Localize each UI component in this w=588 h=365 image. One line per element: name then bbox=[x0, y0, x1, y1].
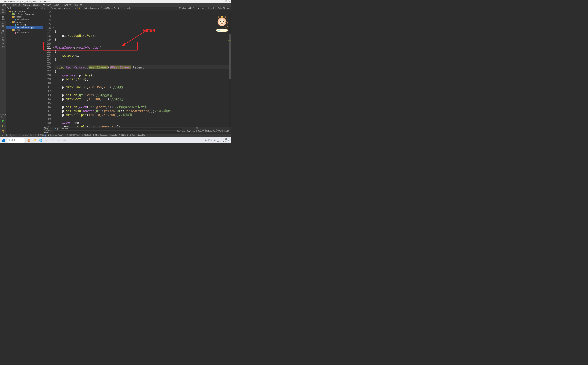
taskbar-vs-icon[interactable]: ⋈ bbox=[44, 138, 49, 143]
func-lock-icon[interactable]: 🔒 bbox=[78, 7, 81, 9]
code-line-25[interactable] bbox=[55, 81, 231, 85]
code-line-21[interactable]: void MainWindow::paintEvent(QPaintEvent … bbox=[55, 65, 231, 69]
nav-帮助[interactable]: ?帮助 bbox=[0, 42, 6, 49]
tree-item-Headers[interactable]: ▾Headers bbox=[6, 15, 43, 18]
taskbar-vs-purple-icon[interactable]: ⋈ bbox=[62, 138, 67, 143]
minimize-button[interactable]: — bbox=[222, 0, 223, 2]
nav-Debug[interactable]: ⚙Debug bbox=[0, 28, 6, 35]
code-line-31[interactable]: p.setPen(QPen(Qt::green,5));//指定画笔颜色与大小 bbox=[55, 105, 231, 109]
output-tab-2[interactable]: 2 Search Results bbox=[48, 134, 65, 137]
nav-设计[interactable]: ✎设计 bbox=[0, 21, 6, 28]
notifications-icon[interactable]: ③ bbox=[228, 139, 230, 141]
nav-编辑[interactable]: ▤编辑 bbox=[0, 14, 6, 21]
taskbar-file-explorer-icon[interactable]: 📁 bbox=[32, 138, 37, 143]
tree-item-Sources[interactable]: ▾Sources bbox=[6, 21, 43, 23]
code-line-34[interactable] bbox=[55, 117, 231, 121]
replace-all-button[interactable]: Replace All bbox=[205, 130, 217, 132]
menu-item[interactable]: 调试(D) bbox=[32, 3, 42, 6]
tree-item-Forms[interactable]: ▾Forms bbox=[6, 29, 43, 31]
kit-selector[interactable]: Debug bbox=[1, 116, 5, 118]
project-tree[interactable]: ▾Qt_Paint_DemoQt_Paint_Demo.pro▾Headersm… bbox=[6, 10, 43, 134]
tree-header-button[interactable]: ▢ bbox=[37, 7, 40, 9]
code-line-30[interactable] bbox=[55, 101, 231, 105]
tree-header-button[interactable]: ▼ bbox=[26, 7, 29, 9]
build-button[interactable] bbox=[0, 129, 6, 134]
close-button[interactable]: ✕ bbox=[229, 0, 230, 2]
fold-marker[interactable]: ▾ bbox=[52, 46, 55, 49]
encoding-selector[interactable]: Windows (CRLF) bbox=[179, 7, 195, 9]
code-line-26[interactable]: p.drawLine(30,230,350,230);//画线 bbox=[55, 85, 231, 89]
network-icon[interactable]: ⋯ bbox=[211, 139, 212, 141]
code-line-12[interactable]: { bbox=[55, 30, 231, 34]
ime-lang2[interactable]: 五 bbox=[208, 139, 210, 141]
output-tab-1[interactable]: 1 问题6 bbox=[38, 134, 46, 137]
tray-chevron-icon[interactable]: ⌃ bbox=[202, 139, 203, 141]
clock[interactable]: 22:042023/4/19 bbox=[217, 138, 227, 142]
tree-header-button[interactable]: ✎ bbox=[32, 7, 34, 9]
menu-item[interactable]: 文件(F) bbox=[1, 3, 11, 6]
code-line-16[interactable]: MainWindow::~MainWindow() bbox=[55, 46, 231, 49]
clear-find-icon[interactable]: ✕ bbox=[196, 127, 198, 129]
function-breadcrumb[interactable]: MainWindow::paintEvent(QPaintEvent *) ->… bbox=[81, 7, 132, 9]
code-line-36[interactable]: _pen.setStyle(Qt::DashDotLine); bbox=[55, 125, 231, 127]
replace-input[interactable] bbox=[54, 130, 183, 133]
code-line-27[interactable] bbox=[55, 89, 231, 93]
restore-button[interactable]: ⿻ bbox=[225, 0, 227, 2]
menu-item[interactable]: 工具(T) bbox=[53, 3, 63, 6]
code-line-23[interactable]: QPainter p(this); bbox=[55, 73, 231, 77]
code-line-13[interactable]: ui->setupUi(this); bbox=[55, 34, 231, 38]
menu-item[interactable]: 帮助(H) bbox=[73, 3, 83, 6]
code-line-32[interactable]: p.setBrush(QBrush(Qt::yellow,Qt::Dense4P… bbox=[55, 109, 231, 113]
taskbar-colorful-app-icon[interactable]: 🎨 bbox=[26, 138, 31, 143]
ime-lang1[interactable]: 英 bbox=[205, 139, 207, 141]
code-line-18[interactable]: delete ui; bbox=[55, 53, 231, 57]
tree-item-mainwindow.cpp[interactable]: mainwindow.cpp bbox=[6, 26, 43, 29]
status-filter-icon[interactable]: ▼ bbox=[222, 134, 226, 137]
editor-scrollbar[interactable] bbox=[229, 13, 231, 127]
tree-item-Qt_Paint_Demo[interactable]: ▾Qt_Paint_Demo bbox=[6, 10, 43, 13]
code-line-17[interactable]: { bbox=[55, 49, 231, 53]
tree-item-Qt_Paint_Demo.pro[interactable]: Qt_Paint_Demo.pro bbox=[6, 13, 43, 15]
code-line-15[interactable] bbox=[55, 42, 231, 46]
tree-header-button[interactable]: ⟳ bbox=[29, 7, 31, 9]
tree-item-mainwindow.ui[interactable]: mainwindow.ui bbox=[6, 31, 43, 34]
menu-item[interactable]: 控件(W) bbox=[63, 3, 73, 6]
output-tab-5[interactable]: 5 QML Debugger Console bbox=[93, 134, 117, 137]
code-line-29[interactable]: p.drawRect(10,10,100,100);//画矩形 bbox=[55, 97, 231, 101]
code-line-22[interactable]: { bbox=[55, 69, 231, 73]
replace-button[interactable]: Replace bbox=[177, 130, 185, 132]
output-tab-3[interactable]: 3 应用程序输出 bbox=[67, 134, 80, 137]
fold-marker[interactable]: ▾ bbox=[52, 26, 55, 30]
start-button[interactable] bbox=[1, 138, 6, 143]
status-close-icon[interactable]: ▢ bbox=[227, 134, 230, 137]
code-line-20[interactable] bbox=[55, 61, 231, 65]
taskbar-qt-icon[interactable]: Q bbox=[50, 138, 55, 143]
run-button[interactable] bbox=[0, 119, 6, 123]
nav-欢迎[interactable]: ⊞欢迎 bbox=[0, 7, 6, 14]
nav-项目[interactable]: ▭项目 bbox=[0, 35, 6, 42]
tree-item-main.cpp[interactable]: main.cpp bbox=[6, 23, 43, 26]
code-line-19[interactable]: } bbox=[55, 57, 231, 61]
system-tray[interactable]: ⌃ 英 五 ⋯ 🔊 22:042023/4/19 ③ bbox=[202, 138, 230, 142]
code-line-35[interactable]: QPen _pen; bbox=[55, 121, 231, 125]
menu-item[interactable]: Analyze bbox=[42, 4, 53, 6]
menu-bar[interactable]: 文件(F)编辑(E)构建(B)调试(D)Analyze工具(T)控件(W)帮助(… bbox=[0, 3, 231, 7]
volume-icon[interactable]: 🔊 bbox=[213, 139, 216, 141]
run-debug-button[interactable] bbox=[0, 124, 6, 128]
tree-header-button[interactable]: ◫ bbox=[40, 7, 43, 9]
nav-back-icon[interactable]: ← bbox=[43, 7, 46, 9]
code-line-14[interactable]: } bbox=[55, 38, 231, 42]
menu-item[interactable]: 构建(B) bbox=[21, 3, 32, 6]
code-line-33[interactable]: p.drawEllipse(130,10,250,200);//画椭圆 bbox=[55, 113, 231, 117]
code-line-24[interactable]: p.begin(this); bbox=[55, 77, 231, 81]
tree-header-button[interactable]: ▣ bbox=[35, 7, 37, 9]
code-editor[interactable]: 1213141516171819202122232425262728293031… bbox=[43, 10, 231, 127]
pane-toggle-icon[interactable]: ▥ bbox=[1, 134, 4, 137]
taskbar-search[interactable]: 🔍 搜索 bbox=[7, 138, 25, 143]
output-tab-8[interactable]: 8 Test Results bbox=[130, 134, 145, 137]
find-input[interactable] bbox=[54, 127, 183, 130]
close-tab-icon[interactable]: ✕ bbox=[74, 7, 77, 9]
replace-and-find-button[interactable]: Replace & Find bbox=[187, 130, 202, 132]
output-tab-4[interactable]: 4 编译输出 bbox=[82, 134, 91, 137]
output-tab-6[interactable]: 6 概要信息 bbox=[119, 134, 128, 137]
